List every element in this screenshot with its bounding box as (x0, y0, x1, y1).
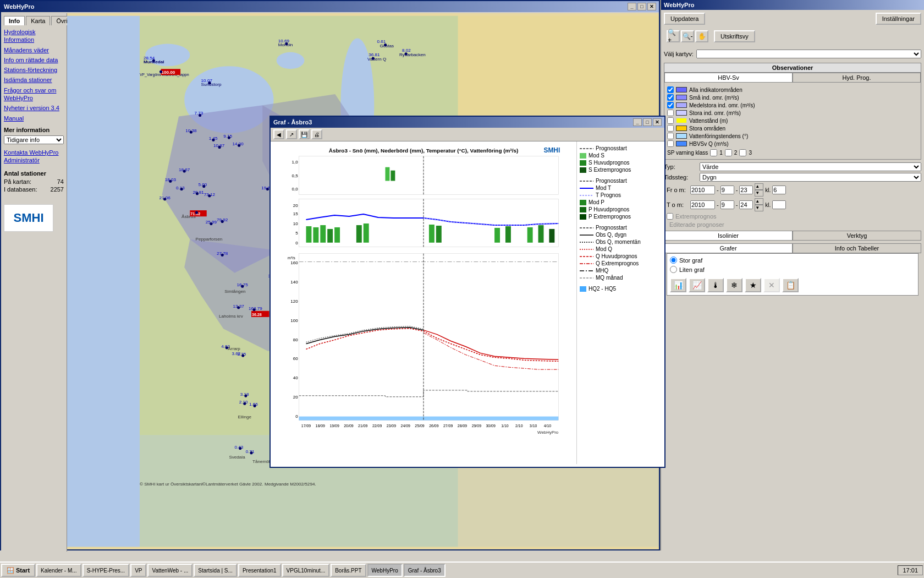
link-nyheter[interactable]: Nyheter i version 3.4 (4, 104, 64, 112)
verktyg-tab[interactable]: Verktyg (793, 231, 921, 241)
stor-graf-radio[interactable] (670, 257, 677, 264)
kartyp-row: Välj kartyv: (661, 48, 924, 60)
graf-save-btn[interactable]: 💾 (299, 129, 310, 139)
stor-graf-row: Stor graf (670, 257, 915, 264)
close-btn[interactable]: ✕ (647, 3, 656, 10)
obs-tab-hyd[interactable]: Hyd. Prog. (793, 73, 921, 83)
taskbar-item-3[interactable]: VattenWeb - ... (147, 564, 193, 577)
taskbar-item-2[interactable]: VP (130, 564, 146, 577)
from-day-up[interactable]: ▲ (755, 183, 763, 190)
link-manaden[interactable]: Månadens väder (4, 46, 64, 54)
link-isdamda[interactable]: Isdämda stationer (4, 76, 64, 84)
obs-cb-5[interactable] (667, 125, 674, 132)
graph-icon-table[interactable]: 📋 (782, 278, 799, 292)
taskbar-item-5[interactable]: Presentation1 (238, 564, 281, 577)
svg-point-114 (253, 308, 256, 311)
editerade-prognoser-label: Editerade prognoser (669, 221, 724, 228)
taskbar-item-7[interactable]: Borås.PPT (331, 564, 366, 577)
tidigare-info-select[interactable]: Tidigare info (4, 135, 64, 144)
graf-close-btn[interactable]: ✕ (653, 118, 662, 126)
tab-info[interactable]: Info (4, 16, 25, 25)
tom-day-up[interactable]: ▲ (755, 198, 763, 205)
obs-cb-0[interactable] (667, 86, 674, 93)
graph-icon-star[interactable]: ★ (745, 278, 761, 292)
graph-icon-area[interactable]: 🌡 (707, 278, 724, 292)
legend-p-extrem: P Extremprognos (580, 214, 662, 220)
tidssteg-select[interactable]: Dygn (700, 173, 921, 182)
maximize-btn[interactable]: □ (637, 3, 646, 10)
info-tabeller-tab[interactable]: Info och Tabeller (793, 243, 921, 253)
sp-class-2[interactable] (725, 149, 732, 156)
minimize-btn[interactable]: _ (628, 3, 636, 10)
svg-point-103 (241, 285, 244, 288)
graf-body: Åsbro3 - Snö (mm), Nederbörd (mm), Tempe… (271, 141, 664, 464)
tom-day-down[interactable]: ▼ (755, 205, 763, 211)
grafer-tab[interactable]: Grafer (664, 243, 793, 253)
graph-icon-snow[interactable]: ❄ (726, 278, 743, 292)
tom-year-input[interactable] (690, 200, 715, 209)
taskbar-item-9[interactable]: Graf - Åsbro3 (404, 564, 446, 577)
svg-point-134 (254, 405, 256, 407)
graf-window-controls: _ □ ✕ (633, 118, 662, 126)
graph-icon-bar[interactable]: 📊 (670, 278, 686, 292)
graf-back-btn[interactable]: ◀ (273, 129, 284, 139)
svg-point-62 (169, 180, 172, 183)
graf-expand-btn[interactable]: ↗ (286, 129, 297, 139)
taskbar-item-4[interactable]: Startsida | S... (194, 564, 237, 577)
from-day-input[interactable] (739, 186, 753, 194)
utskriftsvy-btn[interactable]: Utskriftsvy (714, 30, 755, 42)
legend-mq-manad: MQ månad (580, 275, 662, 281)
graf-minimize-btn[interactable]: _ (633, 118, 642, 126)
link-hydrologisk[interactable]: Hydrologisk Information (4, 28, 64, 44)
taskbar-item-6[interactable]: VPGL10minut... (282, 564, 330, 577)
svg-text:28/09: 28/09 (458, 424, 468, 428)
tool-panel: Stor graf Liten graf 📊 📈 🌡 ❄ ★ ✕ 📋 (667, 253, 919, 296)
from-hour-input[interactable] (772, 186, 786, 194)
isolinjer-tab[interactable]: Isolinier (664, 231, 793, 241)
sp-class-3[interactable] (739, 149, 746, 156)
tom-month-input[interactable] (721, 200, 734, 209)
link-kontakta[interactable]: Kontakta WebHyPro Administratör (4, 149, 64, 165)
liten-graf-radio[interactable] (670, 266, 677, 273)
svg-text:1,0: 1,0 (292, 160, 299, 165)
graf-print-btn[interactable]: 🖨 (311, 129, 322, 139)
taskbar-item-8[interactable]: WebHyPro (367, 564, 403, 577)
obs-cb-1[interactable] (667, 94, 674, 101)
graph-icons: 📊 📈 🌡 ❄ ★ ✕ 📋 (670, 278, 915, 292)
svg-text:10.07: 10.07 (201, 78, 213, 83)
kartyp-select[interactable] (696, 50, 921, 58)
svg-text:3/10: 3/10 (530, 424, 537, 428)
from-day-down[interactable]: ▼ (755, 190, 763, 197)
zoom-out-btn[interactable]: 🔍- (681, 30, 694, 42)
legend-prognosstart-2: Prognosstart (580, 178, 662, 184)
svg-text:4/10: 4/10 (544, 424, 552, 428)
ext-prognos-cb[interactable] (667, 213, 673, 220)
svg-point-47 (190, 130, 193, 133)
obs-cb-6[interactable] (667, 133, 674, 139)
graf-maximize-btn[interactable]: □ (643, 118, 652, 126)
obs-cb-4[interactable] (667, 117, 674, 124)
link-manual[interactable]: Manual (4, 114, 64, 122)
graph-icon-line[interactable]: 📈 (689, 278, 705, 292)
link-fragor[interactable]: Frågor och svar om WebHyPro (4, 86, 64, 102)
tom-day-input[interactable] (739, 200, 753, 209)
tab-karta[interactable]: Karta (26, 16, 50, 25)
obs-cb-3[interactable] (667, 110, 674, 116)
installningar-btn[interactable]: Inställningar (876, 13, 921, 25)
obs-tab-hbv[interactable]: HBV-Sv (664, 73, 793, 83)
from-month-input[interactable] (721, 186, 734, 194)
tom-hour-input[interactable] (772, 200, 786, 209)
start-button[interactable]: 🪟 Start (1, 564, 35, 577)
obs-cb-2[interactable] (667, 102, 674, 108)
taskbar-item-1[interactable]: S-HYPE-Pres... (82, 564, 129, 577)
pan-btn[interactable]: ✋ (695, 30, 708, 42)
link-rattade[interactable]: Info om rättade data (4, 56, 64, 64)
link-stations[interactable]: Stations-förteckning (4, 66, 64, 74)
typ-select[interactable]: Värde (700, 162, 921, 171)
uppdatera-btn[interactable]: Uppdatera (664, 13, 705, 25)
zoom-in-btn[interactable]: 🔍+ (667, 30, 680, 42)
sp-class-1[interactable] (710, 149, 717, 156)
obs-cb-7[interactable] (667, 140, 674, 147)
from-year-input[interactable] (690, 186, 715, 194)
taskbar-item-0[interactable]: Kalender - M... (36, 564, 81, 577)
